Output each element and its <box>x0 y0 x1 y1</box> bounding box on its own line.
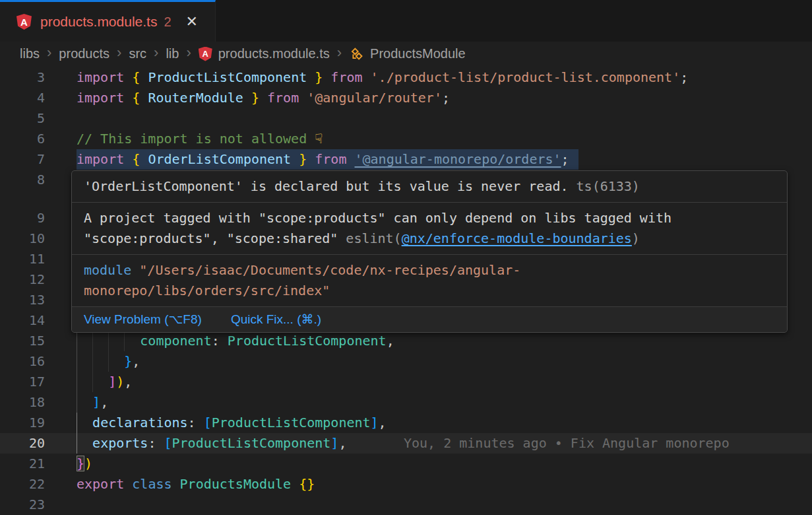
tab-bar: A products.module.ts 2 ✕ <box>0 0 812 42</box>
hover-action-view[interactable]: View Problem (⌥F8) <box>84 312 202 327</box>
line-number-5: 5 <box>0 108 45 129</box>
line-number-18: 18 <box>0 392 45 413</box>
breadcrumb-separator: › <box>117 44 121 61</box>
angular-icon: A <box>16 14 32 30</box>
line-number-13: 13 <box>0 290 45 310</box>
angular-icon: A <box>199 47 212 61</box>
breadcrumb-separator: › <box>186 44 191 61</box>
line-number-21: 21 <box>0 454 45 474</box>
line-number-17: 17 <box>0 372 45 392</box>
line-number-11: 11 <box>0 249 45 269</box>
breadcrumb-item-src[interactable]: src <box>129 46 146 61</box>
breadcrumb-label: lib <box>166 46 179 61</box>
breadcrumb-separator: › <box>337 44 342 61</box>
breadcrumb-separator: › <box>47 44 51 61</box>
line-number-14: 14 <box>0 310 45 331</box>
line-number-3: 3 <box>0 67 45 88</box>
vscode-window: A products.module.ts 2 ✕ libs›products›s… <box>0 0 812 515</box>
line-number-15: 15 <box>0 331 45 351</box>
breadcrumb-label: ProductsModule <box>370 46 466 61</box>
line-number-19: 19 <box>0 413 45 433</box>
breadcrumb-separator: › <box>154 44 158 61</box>
breadcrumb-item-products[interactable]: products <box>59 46 109 61</box>
tab-title: products.module.ts <box>40 14 157 30</box>
breadcrumb-item-lib[interactable]: lib <box>166 46 179 61</box>
line-number-6: 6 <box>0 129 45 149</box>
code-line-3[interactable]: import { ProductListComponent } from './… <box>77 67 688 88</box>
code-line-16[interactable]: }, <box>77 351 140 372</box>
line-number-23: 23 <box>0 495 45 515</box>
breadcrumb: libs›products›src›lib›Aproducts.module.t… <box>0 42 812 66</box>
code-line-6[interactable]: // This import is not allowed ☟ <box>77 129 323 149</box>
code-line-17[interactable]: ]), <box>77 372 132 392</box>
line-number-16: 16 <box>0 351 45 372</box>
line-number-10: 10 <box>0 228 45 249</box>
breadcrumb-label: src <box>129 46 146 61</box>
class-symbol-icon <box>349 46 364 61</box>
breadcrumb-item-libs[interactable]: libs <box>20 46 40 61</box>
breadcrumb-label: products <box>59 46 109 61</box>
hover-status-bar: View Problem (⌥F8)Quick Fix... (⌘.) <box>72 306 787 332</box>
hover-diagnostic-message: 'OrderListComponent' is declared but its… <box>72 171 787 202</box>
tab-products-module[interactable]: A products.module.ts 2 ✕ <box>0 0 216 42</box>
line-number-4: 4 <box>0 88 45 108</box>
code-line-4[interactable]: import { RouterModule } from '@angular/r… <box>77 88 450 108</box>
tab-error-count: 2 <box>164 15 171 30</box>
line-number-20: 20 <box>0 433 45 454</box>
code-line-21[interactable]: }) <box>77 454 92 474</box>
code-line-19[interactable]: declarations: [ProductListComponent], <box>77 413 387 433</box>
hover-module-path: module "/Users/isaac/Documents/code/nx-r… <box>72 254 787 306</box>
line-number-12: 12 <box>0 269 45 290</box>
breadcrumb-item-products-module-ts[interactable]: Aproducts.module.ts <box>199 46 330 61</box>
close-icon[interactable]: ✕ <box>186 15 198 29</box>
code-line-18[interactable]: ], <box>77 392 108 413</box>
code-line-22[interactable]: export class ProductsModule {} <box>77 474 315 495</box>
hover-action-quick[interactable]: Quick Fix... (⌘.) <box>231 312 321 327</box>
line-number-22: 22 <box>0 474 45 495</box>
nx-rule-link[interactable]: @nx/enforce-module-boundaries <box>402 230 632 246</box>
line-number-9: 9 <box>0 208 45 228</box>
git-blame-annotation: You, 2 minutes ago • Fix Angular monorep… <box>404 433 730 454</box>
error-hover-popup: 'OrderListComponent' is declared but its… <box>71 170 788 333</box>
breadcrumb-label: libs <box>20 46 40 61</box>
hover-diagnostic-message: A project tagged with "scope:products" c… <box>72 202 787 254</box>
breadcrumb-label: products.module.ts <box>218 46 330 61</box>
code-line-15[interactable]: component: ProductListComponent, <box>77 331 394 351</box>
breadcrumb-item-productsmodule[interactable]: ProductsModule <box>349 46 466 61</box>
code-line-20[interactable]: exports: [ProductListComponent], <box>77 433 346 454</box>
line-number-8: 8 <box>0 170 45 190</box>
line-number-7: 7 <box>0 149 45 170</box>
